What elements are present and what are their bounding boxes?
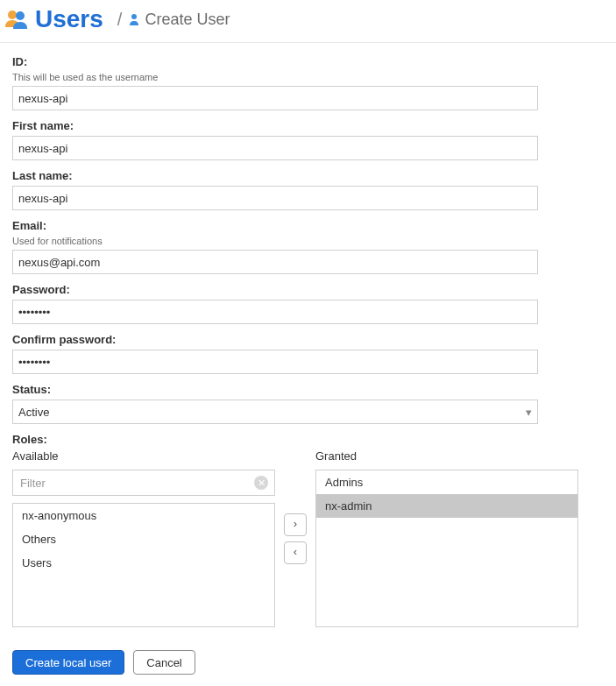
roles-granted-list[interactable]: Adminsnx-admin <box>315 470 578 627</box>
granted-title: Granted <box>315 449 578 463</box>
breadcrumb-current: Create User <box>145 11 230 29</box>
list-item[interactable]: Admins <box>316 470 577 494</box>
list-item[interactable]: nx-anonymous <box>13 504 274 527</box>
label-last-name: Last name: <box>12 169 604 182</box>
field-first-name: First name: <box>12 119 604 160</box>
clear-filter-icon[interactable]: ✕ <box>254 476 268 490</box>
label-confirm-password: Confirm password: <box>12 333 604 346</box>
label-email: Email: <box>12 219 604 232</box>
move-left-button[interactable]: ‹ <box>284 541 307 564</box>
id-input[interactable] <box>12 86 538 110</box>
available-title: Available <box>12 449 275 463</box>
chevron-down-icon: ▾ <box>526 406 532 419</box>
svg-point-2 <box>131 14 137 19</box>
create-local-user-button[interactable]: Create local user <box>12 650 124 675</box>
status-value: Active <box>18 406 49 419</box>
label-id: ID: <box>12 55 604 68</box>
field-confirm-password: Confirm password: <box>12 333 604 374</box>
form: ID: This will be used as the username Fi… <box>0 43 616 686</box>
move-right-button[interactable]: › <box>284 513 307 536</box>
field-password: Password: <box>12 283 604 324</box>
label-password: Password: <box>12 283 604 296</box>
breadcrumb-separator: / <box>117 10 123 30</box>
field-roles: Roles: Available ✕ nx-anonymousOthersUse… <box>12 433 604 627</box>
roles-arrow-column: › ‹ <box>284 449 307 627</box>
last-name-input[interactable] <box>12 186 538 210</box>
form-actions: Create local user Cancel <box>12 650 604 675</box>
confirm-password-input[interactable] <box>12 350 538 374</box>
email-input[interactable] <box>12 250 538 274</box>
first-name-input[interactable] <box>12 136 538 160</box>
users-icon <box>4 6 30 32</box>
page-title[interactable]: Users <box>35 5 103 33</box>
roles-filter-input[interactable] <box>12 470 275 496</box>
svg-point-0 <box>8 11 17 19</box>
label-status: Status: <box>12 383 604 396</box>
roles-available-column: Available ✕ nx-anonymousOthersUsers <box>12 449 275 627</box>
field-last-name: Last name: <box>12 169 604 210</box>
password-input[interactable] <box>12 300 538 324</box>
svg-point-1 <box>16 11 25 20</box>
list-item[interactable]: Users <box>13 551 274 575</box>
hint-email: Used for notifications <box>12 236 604 246</box>
status-select[interactable]: Active ▾ <box>12 400 538 424</box>
field-email: Email: Used for notifications <box>12 219 604 274</box>
label-roles: Roles: <box>12 433 604 446</box>
page-header: Users / Create User <box>0 0 616 43</box>
user-icon <box>127 12 141 26</box>
label-first-name: First name: <box>12 119 604 132</box>
list-item[interactable]: Others <box>13 527 274 551</box>
hint-id: This will be used as the username <box>12 72 604 82</box>
field-id: ID: This will be used as the username <box>12 55 604 110</box>
roles-available-list[interactable]: nx-anonymousOthersUsers <box>12 503 275 627</box>
roles-granted-column: Granted Adminsnx-admin <box>315 449 578 627</box>
field-status: Status: Active ▾ <box>12 383 604 424</box>
cancel-button[interactable]: Cancel <box>133 650 195 675</box>
list-item[interactable]: nx-admin <box>316 494 577 518</box>
